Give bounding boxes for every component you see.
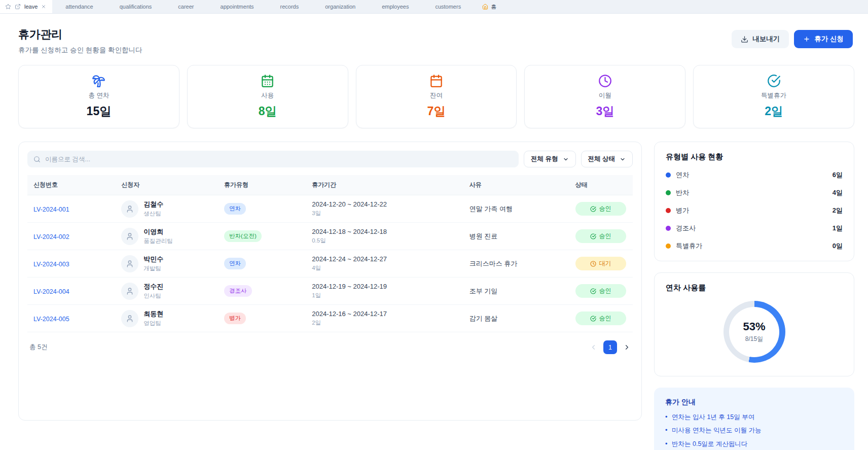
notice-item: 연차는 입사 1년 후 15일 부여 (665, 412, 843, 422)
tab-employees[interactable]: employees (369, 0, 422, 13)
request-id-link[interactable]: LV-2024-004 (33, 288, 69, 295)
tab-records[interactable]: records (267, 0, 312, 13)
table-row: LV-2024-005 최동현 영업팀 병가 2024-12-16 ~ 2024… (27, 305, 633, 332)
notice-title: 휴가 안내 (665, 398, 843, 407)
column-header-applicant: 신청자 (115, 175, 218, 195)
page-button-1[interactable]: 1 (603, 340, 617, 354)
notice-item: 반차는 0.5일로 계산됩니다 (665, 439, 843, 449)
stat-card-total-annual: 총 연차 15일 (18, 65, 179, 128)
list-item: 연차 6일 (666, 170, 843, 180)
stat-cards-row: 총 연차 15일 사용 8일 잔여 7일 이월 3일 특별휴가 2일 (0, 55, 868, 128)
table-row: LV-2024-002 이영희 품질관리팀 반차(오전) 2024-12-18 … (27, 223, 633, 250)
request-id-link[interactable]: LV-2024-001 (33, 206, 69, 213)
stat-card-used: 사용 8일 (187, 65, 348, 128)
leave-days: 0.5일 (312, 237, 457, 245)
tab-appointments[interactable]: appointments (207, 0, 267, 13)
user-icon (126, 205, 134, 213)
donut-fraction: 8/15일 (745, 335, 763, 343)
request-leave-button-label: 휴가 신청 (814, 34, 844, 44)
leave-period: 2024-12-19 ~ 2024-12-19 (312, 283, 457, 290)
export-button-label: 내보내기 (752, 34, 780, 44)
page-title: 휴가관리 (18, 27, 142, 42)
type-filter-select[interactable]: 전체 유형 (524, 151, 575, 167)
search-input[interactable] (45, 156, 513, 163)
stat-value: 8일 (259, 103, 277, 119)
tab-organization[interactable]: organization (312, 0, 369, 13)
check-circle-icon (590, 288, 596, 294)
legend-dot (666, 244, 671, 249)
user-icon (126, 260, 134, 268)
stat-label: 잔여 (430, 91, 443, 100)
leave-period: 2024-12-20 ~ 2024-12-22 (312, 200, 457, 208)
leave-reason: 연말 가족 여행 (463, 195, 569, 223)
status-badge: 승인 (575, 284, 626, 298)
request-id-link[interactable]: LV-2024-003 (33, 261, 69, 268)
palm-tree-icon (92, 74, 105, 88)
donut-percent: 53% (743, 320, 765, 333)
tab-home[interactable]: 홈 (474, 0, 504, 13)
request-id-link[interactable]: LV-2024-005 (33, 316, 69, 323)
list-item: 특별휴가 0일 (666, 241, 843, 251)
list-item: 반차 4일 (666, 188, 843, 197)
leave-days: 2일 (312, 319, 457, 327)
stat-value: 2일 (765, 103, 783, 119)
stat-card-carryover: 이월 3일 (524, 65, 685, 128)
pagination: 1 (590, 340, 631, 354)
tab-attendance[interactable]: attendance (52, 0, 106, 13)
leave-days: 4일 (312, 264, 457, 272)
table-row: LV-2024-001 김철수 생산팀 연차 2024-12-20 ~ 2024… (27, 195, 633, 223)
calendar-icon (429, 74, 443, 88)
search-box[interactable] (27, 151, 519, 167)
tab-leave-active[interactable]: leave (0, 0, 52, 13)
stat-label: 총 연차 (88, 91, 109, 100)
status-badge: 대기 (575, 257, 626, 270)
legend-dot (666, 172, 671, 178)
request-leave-button[interactable]: 휴가 신청 (794, 30, 853, 48)
close-icon[interactable] (41, 4, 46, 9)
applicant-team: 영업팀 (143, 320, 163, 327)
star-icon[interactable] (5, 4, 11, 10)
chevron-right-icon[interactable] (623, 343, 631, 351)
status-filter-select[interactable]: 전체 상태 (581, 151, 633, 167)
legend-dot (666, 208, 671, 213)
stat-value: 3일 (596, 103, 614, 119)
leave-type-badge: 연차 (224, 258, 246, 269)
applicant-team: 인사팀 (143, 292, 163, 300)
request-id-link[interactable]: LV-2024-002 (33, 233, 69, 240)
external-link-icon[interactable] (15, 4, 21, 10)
legend-dot (666, 226, 671, 231)
column-header-status: 상태 (569, 175, 633, 195)
column-header-type: 휴가유형 (218, 175, 306, 195)
leave-type-badge: 경조사 (224, 285, 252, 297)
check-circle-icon (590, 233, 596, 239)
usage-by-type-title: 유형별 사용 현황 (666, 152, 843, 162)
leave-type-badge: 병가 (224, 313, 246, 324)
applicant-name: 박민수 (143, 255, 163, 264)
tab-customers[interactable]: customers (422, 0, 474, 13)
clock-icon (590, 261, 596, 267)
user-icon (126, 232, 134, 240)
export-button[interactable]: 내보내기 (732, 30, 789, 48)
home-tab-label: 홈 (491, 3, 496, 11)
tab-qualifications[interactable]: qualifications (106, 0, 165, 13)
leave-notice-box: 휴가 안내 연차는 입사 1년 후 15일 부여 미사용 연차는 익년도 이월 … (654, 388, 854, 450)
status-badge: 승인 (575, 311, 626, 325)
clock-icon (598, 74, 612, 88)
total-count: 총 5건 (29, 343, 47, 352)
avatar (121, 200, 138, 218)
stat-value: 15일 (87, 103, 112, 119)
notice-item: 미사용 연차는 익년도 이월 가능 (665, 426, 843, 435)
tab-career[interactable]: career (165, 0, 207, 13)
applicant-team: 품질관리팀 (143, 237, 173, 245)
chevron-left-icon[interactable] (590, 343, 597, 351)
stat-label: 이월 (599, 91, 611, 100)
leave-days: 3일 (312, 210, 457, 217)
column-header-id: 신청번호 (27, 175, 115, 195)
leave-type-badge: 반차(오전) (224, 230, 262, 242)
list-item: 경조사 1일 (666, 224, 843, 233)
leave-period: 2024-12-18 ~ 2024-12-18 (312, 228, 457, 235)
leave-reason: 병원 진료 (463, 223, 569, 250)
avatar (121, 310, 138, 327)
check-circle-icon (590, 316, 596, 322)
page-subtitle: 휴가를 신청하고 승인 현황을 확인합니다 (18, 46, 142, 55)
